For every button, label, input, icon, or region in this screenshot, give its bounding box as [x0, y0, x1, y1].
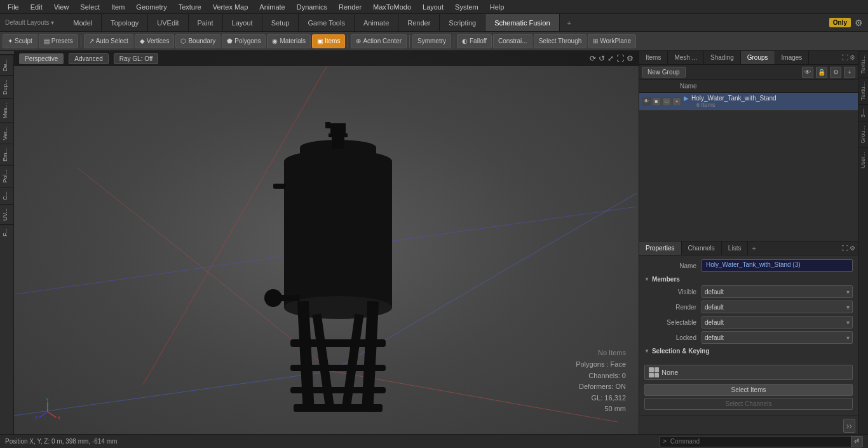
extra-icon[interactable]: +: [672, 97, 681, 106]
viewport-canvas[interactable]: No Items Polygons : Face Channels: 0 Def…: [14, 66, 639, 434]
fr-tab-3d[interactable]: 3—: [858, 104, 868, 121]
rp-settings-icon[interactable]: ⚙: [850, 54, 855, 61]
props-tab-properties[interactable]: Properties: [639, 241, 682, 255]
auto-select-button[interactable]: ↗ Auto Select: [84, 34, 133, 48]
tab-scripting[interactable]: Scripting: [440, 14, 485, 31]
tab-paint[interactable]: Paint: [189, 14, 223, 31]
tab-topology[interactable]: Topology: [102, 14, 148, 31]
left-tab-f[interactable]: F...: [0, 224, 13, 240]
sel-keying-section[interactable]: ▼ Selection & Keying: [644, 348, 853, 355]
viewport-raygl-btn[interactable]: Ray GL: Off: [114, 53, 159, 64]
viewport-mode-btn[interactable]: Perspective: [19, 53, 64, 64]
tab-animate[interactable]: Animate: [355, 14, 398, 31]
falloff-button[interactable]: ◐ Falloff: [457, 34, 492, 48]
render-icon[interactable]: ■: [652, 97, 661, 106]
add-props-tab-button[interactable]: +: [748, 243, 759, 254]
rp-tab-groups[interactable]: Groups: [741, 51, 775, 64]
menu-geometry[interactable]: Geometry: [131, 2, 172, 12]
rp-tab-images[interactable]: Images: [775, 51, 810, 64]
tab-uvedit[interactable]: UVEdit: [148, 14, 188, 31]
props-settings-icon[interactable]: ⚙: [850, 245, 855, 252]
select-through-button[interactable]: Select Through: [534, 34, 587, 48]
rp-expand-icon[interactable]: ⛶: [842, 54, 848, 61]
viewport-zoom-icon[interactable]: ⤢: [607, 54, 614, 63]
constraints-button[interactable]: Constrai...: [493, 34, 532, 48]
viewport[interactable]: Perspective Advanced Ray GL: Off ⟳ ↺ ⤢ ⛶…: [14, 51, 639, 434]
menu-item[interactable]: Item: [106, 2, 130, 12]
tab-schematic-fusion[interactable]: Schematic Fusion: [485, 14, 559, 31]
left-tab-em[interactable]: Em...: [0, 144, 13, 165]
props-tab-lists[interactable]: Lists: [722, 241, 749, 255]
settings-icon-btn[interactable]: ⚙: [830, 67, 841, 78]
add-icon-btn[interactable]: +: [844, 67, 855, 78]
eye-icon-btn[interactable]: 👁: [802, 67, 813, 78]
fr-tab-textu1[interactable]: Textu...: [858, 51, 868, 78]
workplane-button[interactable]: ⊞ WorkPlane: [588, 34, 636, 48]
groups-list[interactable]: 👁 ■ □ + ▶ Holy_Water_Tank_with_Stand 6 I…: [639, 93, 858, 241]
select-items-button[interactable]: Select Items: [644, 384, 853, 396]
left-tab-mes[interactable]: Mes...: [0, 98, 13, 123]
command-input[interactable]: [669, 438, 851, 445]
tab-game-tools[interactable]: Game Tools: [299, 14, 355, 31]
viewport-shading-btn[interactable]: Advanced: [69, 53, 108, 64]
none-box[interactable]: None: [644, 365, 853, 380]
menu-edit[interactable]: Edit: [25, 2, 48, 12]
left-tab-c[interactable]: C...: [0, 187, 13, 204]
lock-icon[interactable]: □: [662, 97, 671, 106]
items-button[interactable]: ▣ Items: [312, 34, 345, 48]
locked-select[interactable]: default ▾: [702, 331, 853, 344]
materials-button[interactable]: ◉ Materials: [267, 34, 311, 48]
menu-vertex-map[interactable]: Vertex Map: [208, 2, 254, 12]
left-tab-dup[interactable]: Dup...: [0, 75, 13, 98]
menu-texture[interactable]: Texture: [173, 2, 207, 12]
fr-tab-grou[interactable]: Grou...: [858, 121, 868, 147]
left-tab-de[interactable]: De...: [0, 55, 13, 75]
fr-tab-textu2[interactable]: Textu...: [858, 78, 868, 104]
menu-system[interactable]: System: [450, 2, 484, 12]
rp-tab-shading[interactable]: Shading: [704, 51, 741, 64]
props-expand-icon[interactable]: ⛶: [842, 245, 848, 252]
menu-dynamics[interactable]: Dynamics: [292, 2, 332, 12]
menu-animate[interactable]: Animate: [254, 2, 290, 12]
gear-icon[interactable]: ⚙: [855, 18, 863, 28]
symmetry-button[interactable]: Symmetry: [412, 34, 451, 48]
left-tab-uv[interactable]: UV...: [0, 204, 13, 224]
boundary-button[interactable]: ⬡ Boundary: [175, 34, 220, 48]
tab-render[interactable]: Render: [398, 14, 440, 31]
add-tab-button[interactable]: +: [562, 17, 576, 29]
sculpt-button[interactable]: ✦ Sculpt: [3, 34, 37, 48]
left-tab-ver[interactable]: Ver...: [0, 123, 13, 144]
menu-maxtomodo[interactable]: MaxToModo: [368, 2, 416, 12]
left-tab-pol[interactable]: Pol...: [0, 165, 13, 187]
menu-view[interactable]: View: [49, 2, 74, 12]
fr-tab-user[interactable]: User...: [858, 147, 868, 172]
visibility-icon[interactable]: 👁: [642, 97, 651, 106]
new-group-button[interactable]: New Group: [642, 67, 686, 78]
command-submit-icon[interactable]: ⏎: [851, 436, 862, 447]
menu-layout[interactable]: Layout: [417, 2, 449, 12]
viewport-settings-icon[interactable]: ⚙: [627, 54, 634, 63]
menu-render[interactable]: Render: [334, 2, 367, 12]
render-select[interactable]: default ▾: [702, 301, 853, 313]
tab-layout[interactable]: Layout: [223, 14, 262, 31]
rp-tab-items[interactable]: Items: [639, 51, 668, 64]
layout-dropdown[interactable]: Default Layouts ▾: [3, 19, 57, 26]
expand-button[interactable]: ››: [843, 419, 855, 433]
menu-file[interactable]: File: [3, 2, 24, 12]
action-center-button[interactable]: ⊕ Action Center: [351, 34, 407, 48]
props-tab-channels[interactable]: Channels: [682, 241, 722, 255]
lock-icon-btn[interactable]: 🔒: [816, 67, 827, 78]
visible-select[interactable]: default ▾: [702, 285, 853, 298]
selectable-select[interactable]: default ▾: [702, 316, 853, 329]
menu-select[interactable]: Select: [75, 2, 105, 12]
group-item-0[interactable]: 👁 ■ □ + ▶ Holy_Water_Tank_with_Stand 6 I…: [639, 93, 858, 111]
presets-button[interactable]: ▤ Presets: [39, 34, 78, 48]
menu-help[interactable]: Help: [485, 2, 510, 12]
viewport-expand-icon[interactable]: ⛶: [616, 54, 624, 63]
viewport-pan-icon[interactable]: ↺: [599, 54, 605, 63]
tab-model[interactable]: Model: [64, 14, 102, 31]
name-input[interactable]: Holy_Water_Tank_with_Stand (3): [702, 259, 853, 272]
members-section[interactable]: ▼ Members: [644, 276, 853, 283]
tab-setup[interactable]: Setup: [262, 14, 299, 31]
viewport-orbit-icon[interactable]: ⟳: [590, 54, 596, 63]
